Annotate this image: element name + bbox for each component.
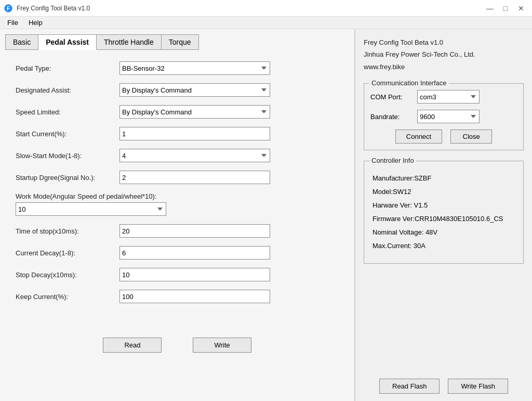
write-flash-button[interactable]: Write Flash bbox=[448, 379, 508, 394]
designated-assist-control: By Display's Command Level 1 Level 2 Lev… bbox=[119, 83, 270, 97]
hardware-ver: Harware Ver: V1.5 bbox=[373, 199, 515, 212]
startup-dgree-input[interactable]: 2 bbox=[119, 171, 270, 184]
communication-group-title: Communication Interface bbox=[369, 79, 449, 87]
controller-group-title: Controller Info bbox=[369, 157, 416, 164]
com-port-select[interactable]: com1com2com3com4 bbox=[417, 90, 480, 104]
menu-help[interactable]: Help bbox=[23, 18, 48, 28]
comm-buttons: Connect Close bbox=[370, 130, 517, 144]
time-of-stop-input[interactable]: 20 bbox=[119, 224, 270, 238]
start-current-input[interactable]: 1 bbox=[119, 127, 270, 140]
app-icon: F bbox=[4, 4, 12, 12]
read-flash-button[interactable]: Read Flash bbox=[379, 379, 440, 394]
tab-torque[interactable]: Torque bbox=[161, 34, 199, 50]
current-decay-row: Current Decay(1-8): 6 bbox=[16, 246, 339, 260]
start-current-control: 1 bbox=[119, 127, 270, 140]
window-controls: — □ ✕ bbox=[483, 3, 528, 14]
time-of-stop-row: Time of stop(x10ms): 20 bbox=[16, 224, 339, 238]
current-decay-control: 6 bbox=[119, 246, 270, 260]
controller-info: Manufacturer:SZBF Model:SW12 Harware Ver… bbox=[370, 167, 517, 257]
communication-group: Communication Interface COM Port: com1co… bbox=[364, 83, 524, 150]
designated-assist-select[interactable]: By Display's Command Level 1 Level 2 Lev… bbox=[119, 83, 270, 97]
pedal-type-label: Pedal Type: bbox=[16, 64, 119, 72]
minimize-button[interactable]: — bbox=[483, 3, 497, 14]
pedal-type-select[interactable]: BB-Sensor-32 BB-Sensor-8 Other bbox=[119, 61, 270, 75]
slow-start-row: Slow-Start Mode(1-8): 1234 5678 bbox=[16, 149, 339, 162]
work-mode-control: 5101520 bbox=[16, 202, 166, 216]
baudrate-select[interactable]: 96001920038400115200 bbox=[417, 110, 480, 123]
menu-file[interactable]: File bbox=[2, 18, 23, 28]
slow-start-control: 1234 5678 bbox=[119, 149, 270, 162]
tab-throttle-handle[interactable]: Throttle Handle bbox=[96, 34, 162, 50]
speed-limited-label: Speed Limited: bbox=[16, 108, 119, 116]
tab-bar: Basic Pedal Assist Throttle Handle Torqu… bbox=[5, 34, 349, 50]
main-layout: Basic Pedal Assist Throttle Handle Torqu… bbox=[0, 29, 532, 401]
app-name: Frey Config Tool Beta v1.0 bbox=[364, 36, 524, 48]
speed-limited-select[interactable]: By Display's Command 25 km/h 32 km/h bbox=[119, 105, 270, 119]
read-button[interactable]: Read bbox=[103, 338, 162, 353]
menu-bar: File Help bbox=[0, 17, 532, 29]
left-action-buttons: Read Write bbox=[5, 332, 349, 358]
close-comm-button[interactable]: Close bbox=[450, 130, 492, 144]
max-current: Max.Current: 30A bbox=[373, 239, 515, 253]
stop-decay-input[interactable]: 10 bbox=[119, 268, 270, 281]
designated-assist-row: Designated Assist: By Display's Command … bbox=[16, 83, 339, 97]
controller-group: Controller Info Manufacturer:SZBF Model:… bbox=[364, 161, 524, 264]
slow-start-select[interactable]: 1234 5678 bbox=[119, 149, 270, 162]
form-area: Pedal Type: BB-Sensor-32 BB-Sensor-8 Oth… bbox=[5, 56, 349, 317]
startup-dgree-control: 2 bbox=[119, 171, 270, 184]
startup-dgree-label: Startup Dgree(Signal No.): bbox=[16, 174, 119, 182]
keep-current-row: Keep Current(%): 100 bbox=[16, 290, 339, 303]
start-current-label: Start Current(%): bbox=[16, 130, 119, 138]
start-current-row: Start Current(%): 1 bbox=[16, 127, 339, 140]
svg-text:F: F bbox=[7, 6, 10, 11]
nominal-voltage: Nominal Voltage: 48V bbox=[373, 226, 515, 239]
work-mode-row: Work Mode(Angular Speed of pedal/wheel*1… bbox=[16, 192, 339, 216]
keep-current-label: Keep Current(%): bbox=[16, 293, 119, 301]
com-port-control: com1com2com3com4 bbox=[417, 90, 517, 104]
work-mode-select[interactable]: 5101520 bbox=[16, 202, 166, 216]
title-bar: F Frey Config Tool Beta v1.0 — □ ✕ bbox=[0, 0, 532, 17]
tab-pedal-assist[interactable]: Pedal Assist bbox=[38, 34, 97, 50]
stop-decay-control: 10 bbox=[119, 268, 270, 281]
website: www.frey.bike bbox=[364, 61, 524, 73]
current-decay-input[interactable]: 6 bbox=[119, 246, 270, 260]
speed-limited-control: By Display's Command 25 km/h 32 km/h bbox=[119, 105, 270, 119]
app-info: Frey Config Tool Beta v1.0 Jinhua Frey P… bbox=[364, 36, 524, 73]
startup-dgree-row: Startup Dgree(Signal No.): 2 bbox=[16, 171, 339, 184]
time-of-stop-control: 20 bbox=[119, 224, 270, 238]
current-decay-label: Current Decay(1-8): bbox=[16, 249, 119, 257]
firmware-ver: Firmware Ver:CRR10M4830E105010.6_CS bbox=[373, 212, 515, 226]
pedal-type-control: BB-Sensor-32 BB-Sensor-8 Other bbox=[119, 61, 270, 75]
model: Model:SW12 bbox=[373, 185, 515, 199]
com-port-row: COM Port: com1com2com3com4 bbox=[370, 90, 517, 104]
keep-current-input[interactable]: 100 bbox=[119, 290, 270, 303]
connect-button[interactable]: Connect bbox=[395, 130, 442, 144]
baudrate-control: 96001920038400115200 bbox=[417, 110, 517, 123]
manufacturer: Manufacturer:SZBF bbox=[373, 172, 515, 185]
baudrate-label: Bandrate: bbox=[370, 113, 417, 121]
pedal-type-row: Pedal Type: BB-Sensor-32 BB-Sensor-8 Oth… bbox=[16, 61, 339, 75]
designated-assist-label: Designated Assist: bbox=[16, 86, 119, 94]
time-of-stop-label: Time of stop(x10ms): bbox=[16, 227, 119, 235]
work-mode-label: Work Mode(Angular Speed of pedal/wheel*1… bbox=[16, 192, 339, 200]
tab-basic[interactable]: Basic bbox=[5, 34, 38, 50]
baudrate-row: Bandrate: 96001920038400115200 bbox=[370, 110, 517, 123]
close-button[interactable]: ✕ bbox=[514, 3, 528, 14]
speed-limited-row: Speed Limited: By Display's Command 25 k… bbox=[16, 105, 339, 119]
slow-start-label: Slow-Start Mode(1-8): bbox=[16, 152, 119, 160]
left-panel: Basic Pedal Assist Throttle Handle Torqu… bbox=[0, 29, 355, 401]
com-port-label: COM Port: bbox=[370, 93, 417, 101]
company-name: Jinhua Frey Power Sci-Tech Co., Ltd. bbox=[364, 48, 524, 60]
keep-current-control: 100 bbox=[119, 290, 270, 303]
window-title: Frey Config Tool Beta v1.0 bbox=[17, 5, 90, 12]
right-panel: Frey Config Tool Beta v1.0 Jinhua Frey P… bbox=[355, 29, 532, 401]
title-bar-left: F Frey Config Tool Beta v1.0 bbox=[4, 4, 90, 12]
write-button[interactable]: Write bbox=[193, 338, 251, 353]
maximize-button[interactable]: □ bbox=[499, 3, 512, 14]
stop-decay-label: Stop Decay(x10ms): bbox=[16, 271, 119, 279]
stop-decay-row: Stop Decay(x10ms): 10 bbox=[16, 268, 339, 281]
flash-buttons: Read Flash Write Flash bbox=[364, 379, 524, 394]
